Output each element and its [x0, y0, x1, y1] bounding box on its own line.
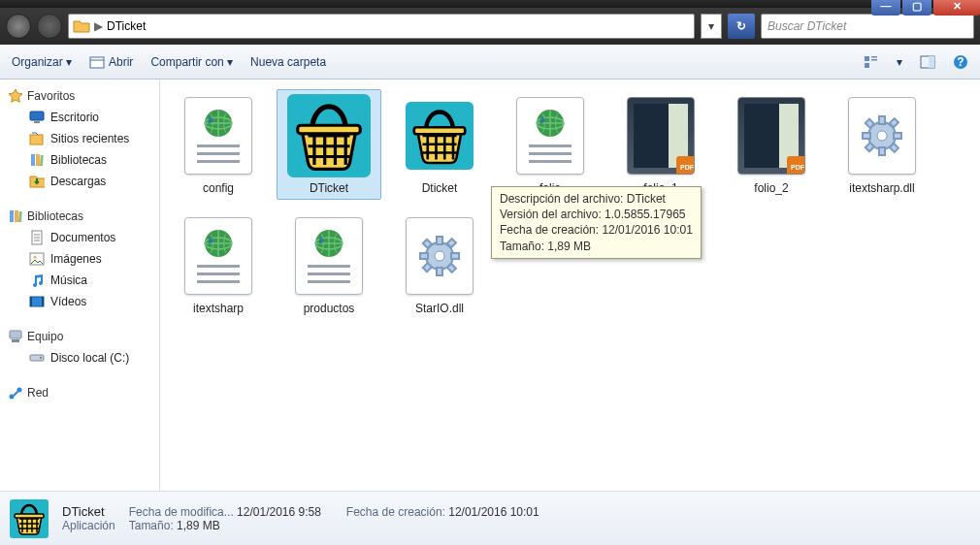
file-item[interactable]: folio	[498, 89, 603, 200]
nav-localdisk[interactable]: Disco local (C:)	[2, 347, 157, 369]
breadcrumb-sep: ▶	[94, 19, 103, 33]
basket-icon	[283, 94, 375, 177]
toolbar-open-label: Abrir	[109, 55, 133, 69]
file-name: itextsharp.dll	[849, 181, 914, 195]
toolbar-organize[interactable]: Organizar ▾	[12, 55, 72, 69]
nav-pane: Favoritos Escritorio Sitios recientes Bi…	[0, 80, 160, 491]
file-thumb	[505, 94, 596, 177]
details-title: DTicket	[62, 504, 115, 519]
file-name: itextsharp	[193, 302, 244, 315]
nav-documents[interactable]: Documentos	[2, 227, 157, 248]
search-input[interactable]: Buscar DTicket	[761, 14, 974, 39]
file-tooltip: Descripción del archivo: DTicket Versión…	[491, 186, 702, 259]
nav-videos[interactable]: Vídeos	[2, 291, 157, 312]
file-item[interactable]: config	[166, 89, 271, 200]
details-size-value: 1,89 MB	[177, 519, 220, 532]
file-thumb	[283, 94, 375, 177]
nav-libraries-link[interactable]: Bibliotecas	[2, 149, 157, 171]
globe-icon	[203, 108, 234, 139]
view-options-icon[interactable]	[864, 54, 879, 70]
svg-text:?: ?	[957, 55, 964, 69]
network-icon	[8, 385, 23, 401]
nav-favorites-header[interactable]: Favoritos	[2, 85, 157, 107]
nav-favorites-label: Favoritos	[27, 89, 75, 103]
preview-pane-icon[interactable]	[920, 54, 935, 70]
star-icon	[8, 88, 23, 104]
file-item[interactable]: productos	[277, 209, 381, 320]
refresh-button[interactable]: ↻	[728, 14, 755, 39]
svg-rect-35	[871, 59, 877, 61]
file-item[interactable]: DTicket	[277, 89, 381, 200]
nav-back-button[interactable]	[6, 14, 31, 39]
file-item[interactable]: itextsharp	[166, 209, 271, 320]
libraries-icon	[29, 152, 45, 168]
breadcrumb[interactable]: ▶ DTicket	[68, 14, 695, 39]
file-item[interactable]: PDFfolio_1	[608, 89, 713, 200]
globe-icon	[535, 108, 566, 139]
basket-icon	[406, 102, 474, 170]
open-icon	[89, 54, 105, 70]
file-thumb: PDF	[615, 94, 706, 177]
video-icon	[29, 294, 45, 309]
nav-downloads[interactable]: Descargas	[2, 171, 157, 192]
window-close-button[interactable]: ✕	[933, 0, 980, 16]
file-name: productos	[304, 302, 355, 315]
address-bar: ▶ DTicket ▾ ↻ Buscar DTicket	[0, 8, 980, 45]
downloads-icon	[29, 174, 45, 189]
monitor-icon	[29, 110, 45, 125]
file-item[interactable]: itextsharp.dll	[830, 89, 934, 200]
file-name: Dticket	[422, 181, 458, 195]
nav-computer-header[interactable]: Equipo	[2, 326, 157, 347]
image-icon	[29, 251, 45, 267]
details-created-value: 12/01/2016 10:01	[448, 505, 539, 519]
help-icon[interactable]: ?	[953, 54, 968, 70]
breadcrumb-current[interactable]: DTicket	[107, 19, 146, 33]
file-thumb	[394, 94, 485, 177]
nav-libraries-header[interactable]: Bibliotecas	[2, 206, 157, 227]
svg-rect-32	[90, 57, 104, 68]
file-item[interactable]: PDFfolio_2	[719, 89, 824, 200]
details-pane: DTicket Aplicación Fecha de modifica... …	[0, 491, 980, 545]
file-name: DTicket	[310, 181, 348, 195]
file-list[interactable]: configDTicketDticketfolioPDFfolio_1PDFfo…	[160, 80, 980, 491]
file-thumb	[173, 214, 264, 298]
window-titlebar: — ▢ ✕	[0, 0, 980, 8]
nav-forward-button[interactable]	[37, 14, 62, 39]
file-name: config	[203, 181, 234, 195]
details-type: Aplicación	[62, 519, 115, 532]
gear-icon	[416, 233, 463, 279]
window-maximize-button[interactable]: ▢	[902, 0, 931, 16]
file-item[interactable]: Dticket	[387, 89, 492, 200]
toolbar-newfolder[interactable]: Nueva carpeta	[250, 55, 326, 69]
nav-music[interactable]: Música	[2, 270, 157, 291]
pdf-badge-icon: PDF	[787, 156, 805, 175]
nav-images[interactable]: Imágenes	[2, 248, 157, 270]
window-minimize-button[interactable]: —	[871, 0, 900, 16]
recent-icon	[29, 131, 45, 146]
nav-network-header[interactable]: Red	[2, 382, 157, 403]
svg-rect-33	[865, 56, 869, 61]
toolbar: Organizar ▾ Abrir Compartir con ▾ Nueva …	[0, 45, 980, 80]
details-mod-label: Fecha de modifica...	[129, 505, 234, 519]
globe-icon	[313, 228, 344, 259]
nav-desktop[interactable]: Escritorio	[2, 107, 157, 128]
breadcrumb-dropdown[interactable]: ▾	[701, 14, 722, 39]
file-item[interactable]: StarIO.dll	[387, 209, 492, 320]
details-icon	[10, 499, 49, 538]
disk-icon	[29, 350, 45, 366]
nav-recent[interactable]: Sitios recientes	[2, 128, 157, 149]
file-thumb	[394, 214, 485, 298]
libraries-icon	[8, 208, 23, 224]
music-icon	[29, 272, 45, 288]
svg-rect-36	[865, 63, 869, 68]
globe-icon	[203, 228, 234, 259]
toolbar-open[interactable]: Abrir	[89, 54, 133, 70]
view-dropdown[interactable]: ▾	[897, 55, 902, 69]
details-created-label: Fecha de creación:	[346, 505, 445, 519]
file-name: StarIO.dll	[415, 302, 464, 315]
file-thumb: PDF	[726, 94, 817, 177]
toolbar-share[interactable]: Compartir con ▾	[150, 55, 233, 69]
doc-icon	[29, 230, 45, 245]
file-name: folio_2	[754, 181, 788, 195]
pdf-badge-icon: PDF	[676, 156, 695, 175]
